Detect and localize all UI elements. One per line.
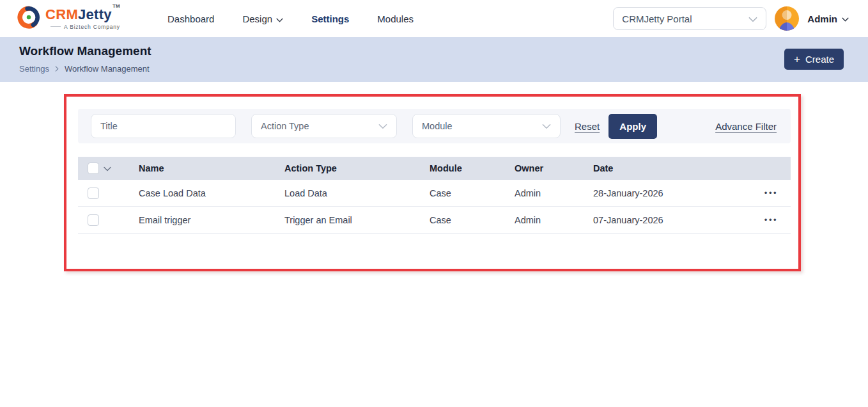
create-button-label: Create — [805, 54, 834, 65]
action-type-filter-value: Action Type — [261, 121, 309, 131]
logo-text: CRMJettyTM A Biztech Company — [45, 8, 120, 30]
avatar-body-shape — [778, 22, 796, 31]
reset-link[interactable]: Reset — [575, 121, 600, 132]
nav-item-settings[interactable]: Settings — [311, 13, 349, 24]
crmjetty-logo-icon — [17, 5, 41, 32]
chevron-right-icon — [55, 66, 59, 72]
cell-date: 28-January-2026 — [593, 188, 737, 198]
chevron-down-icon — [378, 121, 387, 131]
nav-label-design: Design — [242, 13, 272, 24]
column-header-module: Module — [430, 163, 515, 173]
table-header-row: Name Action Type Module Owner Date — [78, 157, 791, 180]
page-header: Workflow Management Settings Workflow Ma… — [0, 37, 868, 82]
avatar-head-shape — [782, 10, 792, 20]
row-checkbox[interactable] — [88, 188, 99, 199]
navbar-right: CRMJetty Portal Admin — [613, 6, 849, 31]
plus-icon: + — [794, 54, 800, 65]
cell-name: Case Load Data — [139, 188, 284, 198]
chevron-down-icon — [542, 121, 551, 131]
cell-owner: Admin — [515, 215, 593, 225]
breadcrumb-settings[interactable]: Settings — [19, 64, 49, 74]
column-header-action-type: Action Type — [284, 163, 430, 173]
user-avatar[interactable] — [775, 6, 799, 31]
portal-select[interactable]: CRMJetty Portal — [613, 7, 766, 30]
title-filter-input[interactable] — [91, 114, 236, 138]
chevron-down-icon — [748, 13, 757, 24]
action-type-filter-select[interactable]: Action Type — [251, 114, 397, 138]
chevron-down-icon — [842, 13, 849, 24]
advance-filter-link[interactable]: Advance Filter — [715, 121, 777, 132]
module-filter-select[interactable]: Module — [412, 114, 561, 138]
chevron-down-icon — [276, 13, 283, 24]
cell-module: Case — [430, 188, 515, 198]
cell-owner: Admin — [515, 188, 593, 198]
main-nav: Dashboard Design Settings Modules — [167, 13, 414, 24]
breadcrumb: Settings Workflow Management — [19, 64, 150, 74]
brand-jetty: Jetty — [78, 6, 112, 22]
column-header-name: Name — [139, 163, 284, 173]
breadcrumb-current: Workflow Management — [65, 64, 150, 74]
table-row: Case Load Data Load Data Case Admin 28-J… — [78, 180, 791, 207]
cell-module: Case — [430, 215, 515, 225]
crmjetty-logo[interactable]: CRMJettyTM A Biztech Company — [17, 5, 120, 32]
create-button[interactable]: + Create — [784, 49, 844, 70]
brand-tm: TM — [112, 3, 120, 9]
nav-item-design[interactable]: Design — [242, 13, 283, 24]
cell-action-type: Load Data — [284, 188, 430, 198]
column-header-date: Date — [593, 163, 737, 173]
nav-item-modules[interactable]: Modules — [377, 13, 414, 24]
cell-action-type: Trigger an Email — [284, 215, 430, 225]
filter-bar: Action Type Module Reset Apply Advance F… — [78, 109, 791, 143]
table-row: Email trigger Trigger an Email Case Admi… — [78, 207, 791, 234]
row-actions-ellipsis-icon[interactable]: ••• — [764, 189, 778, 197]
apply-button[interactable]: Apply — [608, 114, 657, 139]
nav-label-dashboard: Dashboard — [167, 13, 214, 24]
cell-date: 07-January-2026 — [593, 215, 737, 225]
brand-crm: CRM — [45, 6, 78, 22]
cell-name: Email trigger — [139, 215, 284, 225]
select-all-checkbox[interactable] — [88, 163, 99, 174]
user-menu[interactable]: Admin — [807, 13, 849, 24]
module-filter-value: Module — [422, 121, 453, 131]
top-navbar: CRMJettyTM A Biztech Company Dashboard D… — [0, 0, 868, 37]
workflow-table: Name Action Type Module Owner Date Case … — [78, 157, 791, 234]
nav-item-dashboard[interactable]: Dashboard — [167, 13, 214, 24]
nav-label-settings: Settings — [311, 13, 349, 24]
row-actions-ellipsis-icon[interactable]: ••• — [764, 216, 778, 224]
logo-tagline: A Biztech Company — [45, 24, 120, 30]
row-checkbox[interactable] — [88, 214, 99, 226]
chevron-down-icon[interactable] — [104, 163, 111, 173]
user-name: Admin — [807, 13, 837, 24]
column-header-owner: Owner — [515, 163, 593, 173]
portal-select-value: CRMJetty Portal — [622, 13, 692, 24]
nav-label-modules: Modules — [377, 13, 414, 24]
page-title: Workflow Management — [19, 44, 151, 58]
